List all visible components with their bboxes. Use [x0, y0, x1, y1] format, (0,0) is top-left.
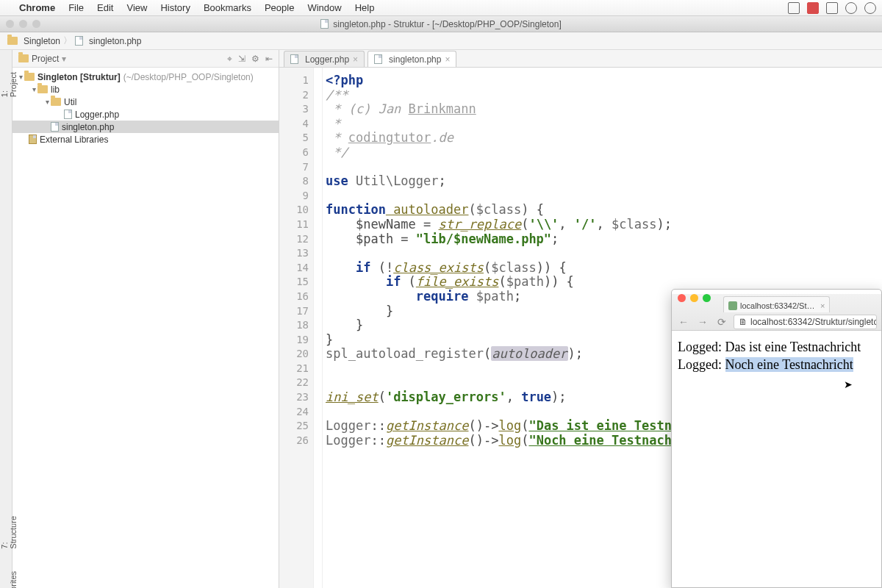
file-icon [320, 19, 329, 29]
toolwindow-structure[interactable]: 7: Structure [0, 516, 12, 549]
tree-root[interactable]: Singleton [Struktur] [37, 72, 121, 82]
toolwindow-project[interactable]: 1: Project [0, 72, 12, 97]
tab-singleton[interactable]: singleton.php× [368, 51, 456, 67]
text-selection: Noch eine Testnachricht [725, 357, 853, 372]
window-controls[interactable] [6, 20, 40, 28]
tree-external-libs[interactable]: External Libraries [40, 135, 108, 145]
status-icon[interactable] [845, 2, 857, 14]
toolwindow-favorites[interactable]: 2: Favorites [0, 571, 12, 588]
folder-icon [7, 37, 18, 45]
macos-menu-bar: Chrome File Edit View History Bookmarks … [0, 0, 882, 16]
tree-folder-lib[interactable]: lib [51, 85, 60, 95]
menu-people[interactable]: People [265, 2, 294, 13]
locate-icon[interactable]: ⇲ [238, 54, 245, 64]
browser-tab[interactable]: localhost:63342/Struktur/s × [723, 296, 830, 312]
status-icon[interactable] [864, 2, 876, 14]
page-icon: 🗎 [739, 317, 747, 327]
menu-history[interactable]: History [160, 2, 190, 13]
file-icon [75, 36, 83, 46]
browser-viewport: Logged: Das ist eine Testnachricht Logge… [672, 331, 881, 381]
close-icon[interactable]: × [820, 301, 825, 310]
hide-icon[interactable]: ⇤ [265, 54, 273, 64]
editor-tabs: Logger.php× singleton.php× [279, 50, 882, 68]
address-bar[interactable]: 🗎 localhost:63342/Struktur/singleton.p [734, 315, 877, 329]
collapse-icon[interactable]: ⌖ [227, 54, 232, 64]
chevron-right-icon: 〉 [63, 35, 72, 47]
status-icon[interactable] [826, 2, 838, 14]
back-button[interactable]: ← [676, 316, 691, 328]
project-header: Project ▾ ⌖ ⇲ ⚙ ⇤ [12, 50, 279, 68]
menu-help[interactable]: Help [355, 2, 375, 13]
reload-button[interactable]: ⟳ [714, 316, 729, 328]
menu-view[interactable]: View [126, 2, 147, 13]
browser-window: localhost:63342/Struktur/s × ← → ⟳ 🗎 loc… [671, 289, 882, 588]
output-line: Logged: Noch eine Testnachricht [678, 356, 875, 373]
project-header-label[interactable]: Project [32, 54, 59, 64]
project-tree[interactable]: ▾Singleton [Struktur](~/Desktop/PHP_OOP/… [12, 68, 279, 148]
browser-chrome: localhost:63342/Struktur/s × ← → ⟳ 🗎 loc… [672, 294, 881, 331]
menu-bookmarks[interactable]: Bookmarks [204, 2, 251, 13]
menu-extras [788, 2, 876, 14]
menu-file[interactable]: File [68, 2, 84, 13]
status-icon[interactable] [788, 2, 800, 14]
line-gutter: 1234567891011121314151617181920212223242… [279, 68, 314, 588]
ide-titlebar: singleton.php - Struktur - [~/Desktop/PH… [0, 16, 882, 32]
breadcrumb-item[interactable]: Singleton [24, 36, 60, 46]
output-line: Logged: Das ist eine Testnachricht [678, 338, 875, 356]
tree-file-logger[interactable]: Logger.php [75, 110, 119, 120]
cursor-icon: ➤ [844, 379, 853, 390]
toolwindow-stripe: 1: Project 7: Structure 2: Favorites [0, 50, 12, 588]
gear-icon[interactable]: ⚙ [251, 54, 259, 64]
favicon-icon [728, 301, 737, 310]
menu-window[interactable]: Window [307, 2, 341, 13]
tree-file-singleton[interactable]: singleton.php [62, 122, 114, 132]
status-icon[interactable] [807, 2, 819, 14]
menu-edit[interactable]: Edit [97, 2, 113, 13]
tree-folder-util[interactable]: Util [64, 97, 76, 107]
browser-nav: ← → ⟳ 🗎 localhost:63342/Struktur/singlet… [672, 313, 881, 331]
tab-logger[interactable]: Logger.php× [284, 51, 365, 67]
folder-icon [18, 54, 29, 62]
app-name[interactable]: Chrome [19, 2, 55, 13]
window-title: singleton.php - Struktur - [~/Desktop/PH… [333, 19, 562, 29]
project-tool-window: Project ▾ ⌖ ⇲ ⚙ ⇤ ▾Singleton [Struktur](… [12, 50, 279, 588]
breadcrumb: Singleton 〉 singleton.php [0, 32, 882, 50]
forward-button[interactable]: → [695, 316, 710, 328]
close-icon[interactable]: × [445, 54, 450, 65]
close-icon[interactable]: × [353, 54, 358, 65]
breadcrumb-item[interactable]: singleton.php [89, 36, 141, 46]
chevron-down-icon[interactable]: ▾ [62, 54, 66, 64]
fold-gutter[interactable] [314, 68, 323, 588]
